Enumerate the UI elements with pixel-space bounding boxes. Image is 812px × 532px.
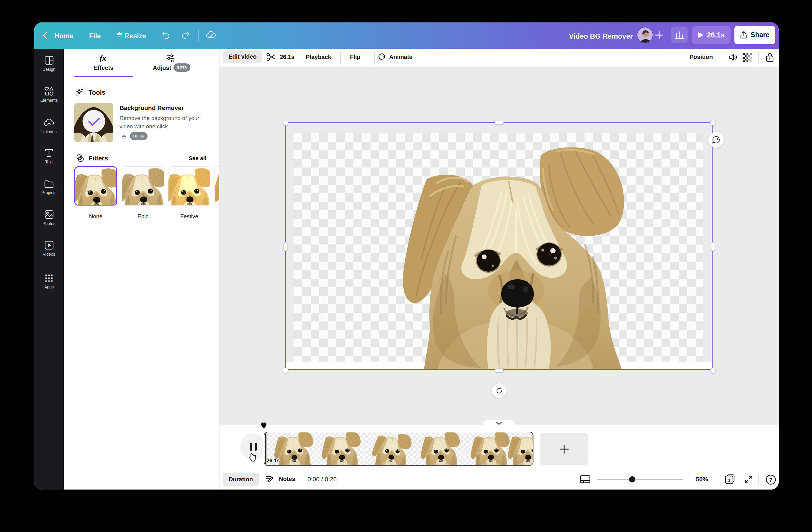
svg-text:?: ? bbox=[769, 477, 773, 483]
svg-text:1: 1 bbox=[728, 478, 730, 483]
svg-text:fx: fx bbox=[100, 55, 106, 62]
